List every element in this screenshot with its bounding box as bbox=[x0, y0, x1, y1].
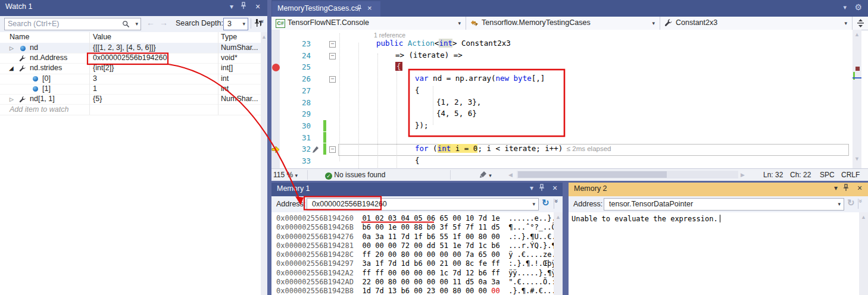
nav-project-dropdown[interactable]: C# TensorFlowNET.Console ▾ bbox=[271, 17, 466, 30]
watch-value[interactable]: 1 bbox=[93, 84, 97, 94]
watch-row-nd[interactable]: ▷nd{[[1, 2, 3], [4, 5, 6]]}NumShar... bbox=[0, 43, 261, 54]
code-line-25[interactable]: { bbox=[395, 61, 402, 73]
watch-row-[1][interactable]: [1]1int bbox=[0, 84, 261, 95]
address-input[interactable]: tensor.TensorDataPointer ▾ bbox=[604, 198, 844, 211]
scroll-up-icon[interactable]: ▲ bbox=[853, 30, 861, 37]
forward-arrow-icon[interactable]: → bbox=[160, 18, 168, 27]
editor-group-menu-icon[interactable]: ▾ bbox=[843, 4, 847, 11]
tab-pin-icon[interactable] bbox=[356, 5, 363, 12]
memory1-titlebar[interactable]: Memory 1 ▾ × bbox=[271, 183, 563, 196]
code-line-30[interactable]: }); bbox=[415, 120, 429, 131]
pin-icon[interactable] bbox=[240, 2, 249, 11]
memory2-content[interactable]: Unable to evaluate the expression. bbox=[569, 212, 859, 295]
column-name[interactable]: Name bbox=[10, 33, 29, 41]
code-line-26[interactable]: var nd = np.array(new byte[,] bbox=[415, 73, 545, 84]
editor-vscrollbar[interactable]: ▲ ▼ bbox=[853, 30, 861, 168]
close-icon[interactable]: × bbox=[253, 2, 263, 11]
memory-row[interactable]: 0x000002556B1942B8 1d 7d 13 b6 00 23 00 … bbox=[276, 287, 554, 295]
close-icon[interactable]: × bbox=[550, 183, 560, 193]
memory-row[interactable]: 0x000002556B19426B b6 00 1e 00 88 b0 3f … bbox=[276, 223, 554, 232]
memory1-scrollbar[interactable]: ▲ bbox=[554, 212, 563, 295]
memory2-scrollbar[interactable]: ▲ bbox=[859, 212, 868, 295]
gear-icon[interactable]: ⚙ bbox=[854, 2, 862, 12]
nav-member-dropdown[interactable]: Constant2x3 ▾ bbox=[660, 17, 853, 30]
address-dropdown-icon[interactable]: ▾ bbox=[532, 201, 535, 207]
nav-member-dropdown-icon[interactable]: ▾ bbox=[844, 20, 847, 26]
fold-toggle[interactable]: – bbox=[329, 41, 336, 48]
pin-icon[interactable] bbox=[538, 184, 548, 193]
nav-class-dropdown[interactable]: Tensorflow.MemoryTestingCases ▾ bbox=[466, 17, 660, 30]
brush-icon[interactable]: ▾ bbox=[479, 171, 492, 179]
memory2-titlebar[interactable]: Memory 2 ▾ × bbox=[569, 183, 868, 196]
watch-titlebar[interactable]: Watch 1 ▾ × bbox=[0, 0, 267, 16]
fold-toggle[interactable]: – bbox=[329, 146, 336, 153]
hscroll-right-icon[interactable]: ▶ bbox=[741, 172, 745, 178]
code-line-28[interactable]: {1, 2, 3}, bbox=[436, 96, 481, 108]
watch-row-nd.Address[interactable]: nd.Address0x000002556b194260void* bbox=[0, 53, 261, 64]
nav-class-dropdown-icon[interactable]: ▾ bbox=[652, 20, 655, 26]
back-arrow-icon[interactable]: ← bbox=[146, 18, 155, 27]
breakpoint-icon[interactable] bbox=[272, 64, 280, 71]
code-line-32[interactable]: for (int i = 0; i < iterate; i++) ≤ 2ms … bbox=[415, 143, 611, 155]
hscroll-left-icon[interactable]: ◀ bbox=[508, 172, 513, 178]
watch-value[interactable]: 0x000002556b194260 bbox=[93, 53, 167, 63]
watch-add-row[interactable]: Add item to watch bbox=[0, 104, 261, 115]
memory-row[interactable]: 0x000002556B194297 3a 1f 7d 1d b6 00 21 … bbox=[276, 259, 554, 268]
pin-icon[interactable] bbox=[842, 184, 852, 193]
zoom-control[interactable]: 115 % ▾ bbox=[273, 171, 298, 179]
toolbar-overflow-icon[interactable]: » bbox=[857, 199, 864, 202]
window-menu-icon[interactable]: ▾ bbox=[227, 2, 236, 11]
code-line-27[interactable]: { bbox=[415, 84, 420, 96]
expander-collapsed-icon[interactable]: ▷ bbox=[10, 95, 14, 105]
watch-column-header[interactable]: Name Value Type bbox=[0, 32, 261, 43]
watch-value[interactable]: {[[1, 2, 3], [4, 5, 6]]} bbox=[93, 43, 156, 53]
watch-row-nd[1, 1][interactable]: ▷nd[1, 1]{5}NumShar... bbox=[0, 94, 261, 105]
watch-row-[0][interactable]: [0]3int bbox=[0, 74, 261, 84]
code-line-23[interactable]: public Action<int> Constant2x3 bbox=[376, 37, 511, 49]
expander-expanded-icon[interactable]: ◢ bbox=[9, 63, 14, 73]
tab-close-icon[interactable]: × bbox=[367, 4, 372, 12]
memory-row[interactable]: 0x000002556B194260 01 02 03 04 05 06 65 … bbox=[276, 214, 554, 223]
address-dropdown-icon[interactable]: ▾ bbox=[838, 201, 841, 207]
watch-row-nd.strides[interactable]: ◢nd.strides{int[2]}int[] bbox=[0, 63, 261, 74]
memory-row[interactable]: 0x000002556B1942A2 ff ff 00 00 00 00 1c … bbox=[276, 269, 554, 278]
editor-hscrollbar[interactable] bbox=[517, 171, 738, 178]
fold-toggle[interactable]: – bbox=[329, 53, 336, 59]
search-depth-dropdown-icon[interactable]: ▾ bbox=[242, 21, 245, 27]
hscroll-thumb[interactable] bbox=[518, 171, 667, 178]
watch-value[interactable]: 3 bbox=[93, 74, 97, 84]
close-icon[interactable]: × bbox=[855, 183, 864, 193]
fold-toggle[interactable]: – bbox=[329, 76, 336, 83]
expander-collapsed-icon[interactable]: ▷ bbox=[10, 43, 14, 54]
health-indicator[interactable]: ✓ No issues found bbox=[325, 171, 385, 180]
scroll-up-icon[interactable]: ▲ bbox=[859, 212, 868, 220]
column-value[interactable]: Value bbox=[93, 33, 111, 41]
codelens-references[interactable]: 1 reference bbox=[374, 32, 405, 39]
document-tab[interactable]: MemoryTestingCases.cs × bbox=[272, 1, 380, 17]
search-dropdown-icon[interactable]: ▾ bbox=[135, 21, 138, 27]
memory-row[interactable]: 0x000002556B194276 0a 3a 11 7d 1f b6 55 … bbox=[276, 233, 554, 241]
watch-value[interactable]: {int[2]} bbox=[93, 63, 114, 73]
window-menu-icon[interactable]: ▾ bbox=[527, 183, 536, 193]
code-line-24[interactable]: => (iterate) => bbox=[395, 49, 463, 61]
code-line-29[interactable]: {4, 5, 6} bbox=[436, 108, 477, 120]
column-type[interactable]: Type bbox=[221, 33, 237, 41]
watch-value[interactable]: {5} bbox=[93, 94, 102, 104]
split-editor-button[interactable] bbox=[856, 18, 865, 28]
nav-project-dropdown-icon[interactable]: ▾ bbox=[458, 20, 461, 26]
watch-scrollbar[interactable]: ▲ bbox=[261, 32, 267, 295]
address-input[interactable]: 0x000002556B194260 ▾ bbox=[307, 198, 539, 211]
search-depth-select[interactable]: 3 ▾ bbox=[223, 18, 248, 30]
window-menu-icon[interactable]: ▾ bbox=[831, 183, 841, 193]
memory-row[interactable]: 0x000002556B1942AD 22 00 80 00 00 00 00 … bbox=[276, 278, 554, 287]
search-icon[interactable] bbox=[122, 20, 130, 28]
memory1-content[interactable]: 0x000002556B194260 01 02 03 04 05 06 65 … bbox=[271, 212, 554, 295]
code-line-33[interactable]: { bbox=[415, 155, 420, 167]
toolbar-overflow-icon[interactable]: » bbox=[259, 20, 266, 22]
refresh-icon[interactable]: ↻ bbox=[847, 197, 855, 208]
code-area[interactable]: 23–public Action<int> Constant2x324–=> (… bbox=[271, 30, 853, 168]
refresh-icon[interactable]: ↻ bbox=[542, 197, 549, 208]
scroll-down-icon[interactable]: ▼ bbox=[853, 156, 861, 162]
memory-row[interactable]: 0x000002556B19428C ff 20 00 80 00 00 00 … bbox=[276, 250, 554, 259]
scroll-up-icon[interactable]: ▲ bbox=[261, 32, 267, 40]
